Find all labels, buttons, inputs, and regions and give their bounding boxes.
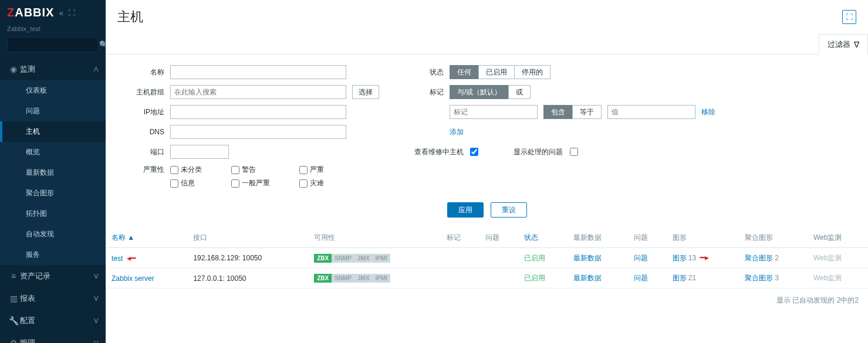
logo[interactable]: ZABBIX — [7, 6, 54, 19]
sev-uncls[interactable]: 未分类 — [170, 165, 202, 175]
th-problems2: 问题 — [628, 228, 667, 248]
nav-section-reports[interactable]: ▥ 报表 ᐯ — [0, 287, 106, 310]
chevron-down-icon: ᐯ — [94, 273, 99, 280]
nav-section-inventory[interactable]: ≡ 资产记录 ᐯ — [0, 265, 106, 287]
graphs-link[interactable]: 图形 — [673, 254, 687, 262]
filter-toggle[interactable]: 过滤器 ∇ — [819, 34, 868, 55]
sev-avg[interactable]: 一般严重 — [231, 178, 270, 188]
filter-group-input[interactable] — [170, 85, 346, 99]
nav-item-screens[interactable]: 聚合图形 — [0, 183, 106, 203]
chevron-down-icon: ᐯ — [94, 317, 99, 325]
label-severity: 严重性 — [123, 165, 164, 175]
tagmode-segment: 与/或（默认） 或 — [450, 85, 531, 99]
collapse-sidebar-icon[interactable]: « — [59, 8, 63, 18]
hosts-table: 名称 ▲ 接口 可用性 标记 问题 状态 最新数据 问题 图形 聚合图形 Web… — [106, 228, 868, 288]
label-status: 状态 — [414, 67, 444, 77]
label-port: 端口 — [123, 147, 164, 157]
status-any[interactable]: 任何 — [450, 65, 479, 79]
page-title: 主机 — [117, 8, 842, 26]
nav-item-dashboard[interactable]: 仪表板 — [0, 80, 106, 101]
chevron-down-icon: ᐯ — [94, 295, 99, 303]
avail-badges: ZBXSNMPJMXIPMI — [314, 274, 390, 283]
filter-icon: ∇ — [854, 40, 859, 49]
filter-ip-input[interactable] — [170, 105, 346, 119]
tag-value-input[interactable] — [607, 105, 695, 119]
problems-link[interactable]: 问题 — [634, 254, 648, 262]
nav-section-config[interactable]: 🔧 配置 ᐯ — [0, 310, 106, 332]
tag-op-contains[interactable]: 包含 — [543, 105, 573, 119]
maintenance-checkbox[interactable]: 查看维修中主机 — [414, 147, 478, 157]
table-row: Zabbix server127.0.0.1: 10050ZBXSNMPJMXI… — [106, 269, 868, 288]
filter-name-input[interactable] — [170, 65, 346, 79]
nav-item-services[interactable]: 服务 — [0, 244, 106, 265]
sidebar: ZABBIX « ⛶ Zabbix_test 🔍 ◉ 监测 ᐱ 仪表板 问题 主… — [0, 0, 106, 343]
tag-add-link[interactable]: 添加 — [450, 127, 464, 137]
arrow-icon: ◂━ — [700, 253, 709, 262]
chevron-down-icon: ᐯ — [94, 339, 99, 344]
problems-link[interactable]: 问题 — [634, 274, 648, 282]
nav-item-maps[interactable]: 拓扑图 — [0, 203, 106, 224]
filter-dns-input[interactable] — [170, 125, 346, 139]
th-screens: 聚合图形 — [739, 228, 808, 248]
status-disabled[interactable]: 停用的 — [514, 65, 550, 79]
apply-button[interactable]: 应用 — [447, 202, 484, 218]
label-group: 主机群组 — [123, 87, 164, 97]
nav-section-monitoring[interactable]: ◉ 监测 ᐱ — [0, 58, 106, 80]
nav-item-discovery[interactable]: 自动发现 — [0, 224, 106, 244]
sev-info[interactable]: 信息 — [170, 178, 202, 188]
eye-icon: ◉ — [7, 64, 20, 74]
nav-item-problems[interactable]: 问题 — [0, 101, 106, 121]
screens-link[interactable]: 聚合图形 — [745, 254, 773, 262]
arrow-icon: ◂━ — [127, 253, 136, 263]
gear-icon: ⚙ — [7, 338, 20, 343]
host-link[interactable]: Zabbix server — [112, 274, 154, 283]
screens-link[interactable]: 聚合图形 — [745, 274, 773, 282]
latest-link[interactable]: 最新数据 — [573, 254, 602, 262]
th-iface: 接口 — [187, 228, 308, 248]
th-status[interactable]: 状态 — [518, 228, 568, 248]
th-graphs: 图形 — [667, 228, 739, 248]
tagmode-or[interactable]: 或 — [508, 85, 531, 99]
sev-warn[interactable]: 警告 — [231, 165, 270, 175]
label-ip: IP地址 — [123, 107, 164, 117]
table-row: test ◂━192.168.2.129: 10050ZBXSNMPJMXIPM… — [106, 248, 868, 269]
label-tags: 标记 — [414, 87, 444, 97]
search-input[interactable]: 🔍 — [7, 37, 99, 52]
th-web: Web监测 — [808, 228, 868, 248]
tag-remove-link[interactable]: 移除 — [701, 107, 715, 117]
tagmode-andor[interactable]: 与/或（默认） — [450, 85, 509, 99]
sev-high[interactable]: 严重 — [299, 165, 324, 175]
chart-icon: ▥ — [7, 294, 20, 303]
host-link[interactable]: test — [112, 254, 123, 263]
wrench-icon: 🔧 — [7, 316, 20, 325]
reset-button[interactable]: 重设 — [491, 202, 527, 218]
status-enabled[interactable]: 已启用 — [478, 65, 515, 79]
status-badge: 已启用 — [524, 274, 545, 282]
nav-item-hosts[interactable]: 主机 — [0, 121, 106, 142]
filter-port-input[interactable] — [170, 145, 229, 159]
nav-section-admin[interactable]: ⚙ 管理 ᐯ — [0, 332, 106, 343]
tag-name-input[interactable] — [450, 105, 538, 119]
select-group-button[interactable]: 选择 — [352, 85, 379, 99]
graphs-link[interactable]: 图形 — [673, 274, 687, 282]
cell-iface: 192.168.2.129: 10050 — [187, 248, 308, 269]
fullscreen-button[interactable]: ⛶ — [842, 10, 856, 24]
nav: ◉ 监测 ᐱ 仪表板 问题 主机 概览 最新数据 聚合图形 拓扑图 自动发现 服… — [0, 58, 106, 343]
web-link: Web监测 — [813, 274, 842, 282]
sev-disaster[interactable]: 灾难 — [299, 178, 324, 188]
filter-panel: 名称 主机群组 选择 IP地址 DNS 端口 — [106, 55, 868, 196]
nav-item-latest[interactable]: 最新数据 — [0, 162, 106, 183]
server-name: Zabbix_test — [0, 25, 106, 37]
th-problems: 问题 — [479, 228, 518, 248]
show-suppressed-checkbox[interactable]: 显示处理的问题 — [514, 147, 577, 157]
cell-iface: 127.0.0.1: 10050 — [187, 269, 308, 288]
nav-item-overview[interactable]: 概览 — [0, 142, 106, 162]
expand-icon[interactable]: ⛶ — [68, 9, 75, 17]
th-name[interactable]: 名称 ▲ — [106, 228, 187, 248]
web-link: Web监测 — [813, 254, 842, 262]
result-count: 显示 已自动发现的 2中的2 — [106, 288, 868, 313]
avail-badges: ZBXSNMPJMXIPMI — [314, 254, 390, 263]
tag-op-equals[interactable]: 等于 — [572, 105, 602, 119]
latest-link[interactable]: 最新数据 — [573, 274, 602, 282]
label-name: 名称 — [123, 67, 164, 77]
